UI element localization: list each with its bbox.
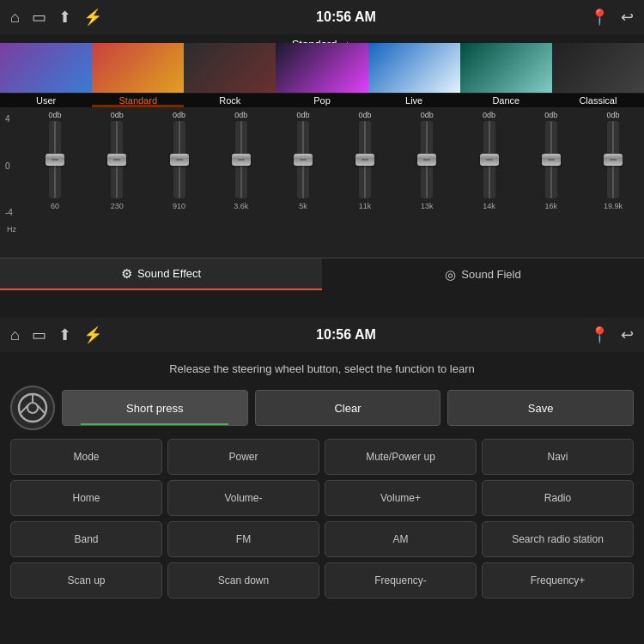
eq-band-60hz[interactable]: 0db 60 <box>24 111 86 210</box>
preset-standard[interactable]: Standard <box>92 43 184 107</box>
eq-freq-14khz: 14k <box>483 202 495 210</box>
steering-wheel-icon <box>10 386 55 430</box>
preset-classical-label: Classical <box>552 94 644 107</box>
db-label-4: 4 <box>5 114 13 124</box>
steering-wheel-learn-panel: ⌂ ▭ ⬆ ⚡ 10:56 AM 📍 ↩ Release the steerin… <box>0 318 644 644</box>
eq-band-3k6hz-db: 0db <box>234 111 247 119</box>
func-volume-down[interactable]: Volume- <box>167 480 319 516</box>
eq-band-5khz[interactable]: 0db 5k <box>272 111 334 210</box>
eq-freq-910hz: 910 <box>173 202 185 210</box>
func-scan-up[interactable]: Scan up <box>10 562 162 598</box>
short-press-button[interactable]: Short press <box>62 390 248 426</box>
back-icon[interactable]: ↩ <box>621 8 634 27</box>
preset-rock-label: Rock <box>184 94 276 107</box>
eq-band-14khz[interactable]: 0db 14k <box>458 111 519 210</box>
preset-dance[interactable]: Dance <box>460 43 552 107</box>
tab-sound-field[interactable]: ◎ Sound Field <box>322 258 644 290</box>
bottom-status-bar: ⌂ ▭ ⬆ ⚡ 10:56 AM 📍 ↩ <box>0 318 644 352</box>
func-fm[interactable]: FM <box>167 521 319 557</box>
save-button[interactable]: Save <box>447 390 634 426</box>
func-am[interactable]: AM <box>325 521 477 557</box>
bottom-up-icon[interactable]: ⬆ <box>58 325 71 344</box>
window-icon[interactable]: ▭ <box>32 8 46 27</box>
func-home[interactable]: Home <box>10 480 162 516</box>
eq-freq-60hz: 60 <box>51 202 59 210</box>
func-scan-down[interactable]: Scan down <box>167 562 319 598</box>
usb-icon[interactable]: ⚡ <box>83 8 102 27</box>
eq-band-230hz-db: 0db <box>111 111 124 119</box>
preset-live-label: Live <box>368 94 460 107</box>
location-icon[interactable]: 📍 <box>590 8 609 27</box>
eq-band-11khz[interactable]: 0db 11k <box>334 111 396 210</box>
eq-freq-13khz: 13k <box>421 202 434 210</box>
db-label-neg4: -4 <box>5 208 13 217</box>
preset-pop[interactable]: Pop <box>276 43 368 107</box>
func-search-radio[interactable]: Search radio station <box>482 521 634 557</box>
svg-point-1 <box>27 403 38 413</box>
func-band[interactable]: Band <box>10 521 162 557</box>
func-volume-up[interactable]: Volume+ <box>325 480 477 516</box>
eq-band-199khz[interactable]: 0db 19.9k <box>582 111 644 210</box>
preset-user[interactable]: User <box>0 43 92 107</box>
eq-slider-track-60hz[interactable] <box>49 121 61 198</box>
eq-slider-track-199khz[interactable] <box>607 121 619 198</box>
tab-sound-field-label: Sound Field <box>461 268 520 281</box>
eq-band-910hz-db: 0db <box>173 111 185 119</box>
bottom-back-icon[interactable]: ↩ <box>621 325 634 344</box>
eq-band-3k6hz[interactable]: 0db 3.6k <box>210 111 272 210</box>
status-bar-left-icons: ⌂ ▭ ⬆ ⚡ <box>10 8 102 27</box>
eq-band-230hz[interactable]: 0db 230 <box>86 111 148 210</box>
func-freq-down[interactable]: Frequency- <box>325 562 477 598</box>
home-icon[interactable]: ⌂ <box>10 9 20 27</box>
eq-slider-track-5khz[interactable] <box>297 121 309 198</box>
eq-slider-track-13khz[interactable] <box>421 121 433 198</box>
eq-freq-199khz: 19.9k <box>604 202 623 210</box>
controls-row: Short press Clear Save <box>0 382 644 434</box>
eq-slider-track-3k6hz[interactable] <box>235 121 247 198</box>
eq-slider-track-230hz[interactable] <box>111 121 123 198</box>
eq-band-16khz-db: 0db <box>544 111 557 119</box>
up-arrows-icon[interactable]: ⬆ <box>58 8 71 27</box>
eq-band-14khz-db: 0db <box>483 111 495 119</box>
eq-band-910hz[interactable]: 0db 910 <box>148 111 210 210</box>
preset-live[interactable]: Live <box>368 43 460 107</box>
func-radio[interactable]: Radio <box>482 480 634 516</box>
bottom-location-icon[interactable]: 📍 <box>590 325 609 344</box>
func-navi[interactable]: Navi <box>482 439 634 475</box>
func-freq-up[interactable]: Frequency+ <box>482 562 634 598</box>
bottom-window-icon[interactable]: ▭ <box>32 325 46 344</box>
func-mode[interactable]: Mode <box>10 439 162 475</box>
save-label: Save <box>528 402 554 415</box>
equalizer-panel: ⌂ ▭ ⬆ ⚡ 10:56 AM 📍 ↩ Standard ▲ User Sta… <box>0 0 644 318</box>
eq-freq-16khz: 16k <box>544 202 557 210</box>
eq-band-13khz-db: 0db <box>421 111 434 119</box>
func-mute-power-up[interactable]: Mute/Power up <box>325 439 477 475</box>
tab-sound-effect[interactable]: ⚙ Sound Effect <box>0 258 322 290</box>
eq-presets-row: Standard ▲ User Standard Rock Pop Live D… <box>0 34 644 107</box>
eq-band-199khz-db: 0db <box>606 111 619 119</box>
eq-band-11khz-db: 0db <box>359 111 372 119</box>
instruction-text: Release the steering wheel button, selec… <box>0 352 644 382</box>
status-bar-right-icons: 📍 ↩ <box>590 8 634 27</box>
eq-slider-track-14khz[interactable] <box>483 121 495 198</box>
bottom-status-left: ⌂ ▭ ⬆ ⚡ <box>10 325 102 344</box>
bottom-usb-icon[interactable]: ⚡ <box>83 325 102 344</box>
eq-slider-track-11khz[interactable] <box>359 121 371 198</box>
preset-classical[interactable]: Classical <box>552 43 644 107</box>
preset-user-label: User <box>0 94 92 107</box>
tab-sound-effect-label: Sound Effect <box>137 267 201 280</box>
eq-band-5khz-db: 0db <box>296 111 309 119</box>
clear-button[interactable]: Clear <box>255 390 441 426</box>
preset-pop-label: Pop <box>276 94 368 107</box>
top-status-bar: ⌂ ▭ ⬆ ⚡ 10:56 AM 📍 ↩ <box>0 0 644 34</box>
eq-band-16khz[interactable]: 0db 16k <box>520 111 582 210</box>
eq-freq-5khz: 5k <box>299 202 307 210</box>
eq-slider-track-910hz[interactable] <box>173 121 185 198</box>
preset-standard-label: Standard <box>92 94 184 107</box>
bottom-clock: 10:56 AM <box>316 327 376 343</box>
bottom-home-icon[interactable]: ⌂ <box>10 326 20 344</box>
preset-rock[interactable]: Rock <box>184 43 276 107</box>
func-power[interactable]: Power <box>167 439 319 475</box>
eq-slider-track-16khz[interactable] <box>545 121 557 198</box>
eq-band-13khz[interactable]: 0db 13k <box>396 111 458 210</box>
